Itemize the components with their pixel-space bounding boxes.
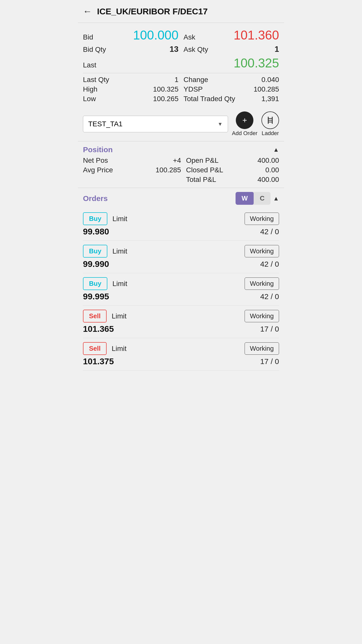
order-type: Limit <box>112 247 245 255</box>
closed-pl-label: Closed P&L <box>186 166 226 174</box>
orders-list: Buy Limit Working 99.980 42 / 0 Buy Limi… <box>83 208 279 371</box>
order-side-button[interactable]: Sell <box>83 310 107 323</box>
order-top-row: Sell Limit Working <box>83 342 279 355</box>
closed-pl-item: Closed P&L 0.00 <box>186 166 279 174</box>
add-order-button[interactable]: + Add Order <box>232 111 258 137</box>
total-pl-item: Total P&L 400.00 <box>186 176 279 184</box>
position-collapse-button[interactable]: ▲ <box>273 146 279 153</box>
closed-pl-value: 0.00 <box>226 166 279 174</box>
ladder-button[interactable]: Ladder <box>261 111 279 137</box>
ydsp-value: 100.285 <box>216 85 279 93</box>
bid-qty-label: Bid Qty <box>83 46 123 54</box>
last-value: 100.325 <box>123 56 279 70</box>
ask-label: Ask <box>184 33 224 41</box>
position-section: Position ▲ Net Pos +4 Open P&L 400.00 Av… <box>78 141 284 188</box>
bid-ask-row: Bid 100.000 Ask 101.360 <box>83 28 279 43</box>
add-order-label: Add Order <box>232 130 258 137</box>
bid-ask-qty-row: Bid Qty 13 Ask Qty 1 <box>83 45 279 54</box>
order-top-row: Buy Limit Working <box>83 245 279 258</box>
stats-grid: Last Qty 1 Change 0.040 High 100.325 YDS… <box>83 76 279 103</box>
order-side-button[interactable]: Buy <box>83 212 107 225</box>
header: ← ICE_UK/EURIBOR F/DEC17 <box>78 0 284 23</box>
total-pl-value: 400.00 <box>226 176 279 184</box>
order-top-row: Buy Limit Working <box>83 212 279 225</box>
working-status-button[interactable]: Working <box>245 245 279 257</box>
order-top-row: Sell Limit Working <box>83 310 279 323</box>
order-qty: 42 / 0 <box>260 292 279 301</box>
page-title: ICE_UK/EURIBOR F/DEC17 <box>97 7 208 16</box>
last-label: Last <box>83 61 123 69</box>
net-pos-value: +4 <box>123 156 181 165</box>
total-pl-spacer <box>83 176 181 184</box>
wc-toggle: W C ▲ <box>236 192 279 205</box>
order-bottom-row: 99.990 42 / 0 <box>83 259 279 269</box>
order-price: 101.375 <box>83 356 114 366</box>
account-label: TEST_TA1 <box>88 120 122 128</box>
change-value: 0.040 <box>216 76 279 84</box>
order-qty: 42 / 0 <box>260 260 279 268</box>
avg-price-value: 100.285 <box>123 166 181 174</box>
working-status-button[interactable]: Working <box>245 277 279 290</box>
last-row: Last 100.325 <box>83 56 279 70</box>
bid-value: 100.000 <box>123 28 178 43</box>
order-price: 99.990 <box>83 259 109 269</box>
order-side-button[interactable]: Buy <box>83 245 107 258</box>
orders-title: Orders <box>83 194 108 203</box>
ladder-label: Ladder <box>262 130 279 137</box>
closed-tab[interactable]: C <box>254 192 270 205</box>
avg-price-label: Avg Price <box>83 166 123 174</box>
order-qty: 17 / 0 <box>260 357 279 366</box>
total-traded-label: Total Traded Qty <box>184 95 235 103</box>
market-data-section: Bid 100.000 Ask 101.360 Bid Qty 13 Ask Q… <box>78 23 284 107</box>
ask-qty-label: Ask Qty <box>184 46 224 54</box>
net-pos-label: Net Pos <box>83 156 123 165</box>
change-label: Change <box>184 76 216 84</box>
open-pl-label: Open P&L <box>186 156 226 165</box>
order-side-button[interactable]: Sell <box>83 342 107 355</box>
back-button[interactable]: ← <box>83 6 92 17</box>
last-qty-value: 1 <box>116 76 178 84</box>
bid-qty-value: 13 <box>123 45 178 54</box>
order-qty: 42 / 0 <box>260 227 279 236</box>
high-value: 100.325 <box>116 85 178 93</box>
low-label: Low <box>83 95 116 103</box>
order-bottom-row: 101.365 17 / 0 <box>83 324 279 334</box>
order-price: 101.365 <box>83 324 114 334</box>
working-status-button[interactable]: Working <box>245 342 279 355</box>
order-price: 99.980 <box>83 227 109 236</box>
orders-section: Orders W C ▲ Buy Limit Working 99.980 42… <box>78 188 284 371</box>
ask-value: 101.360 <box>224 28 279 43</box>
net-pos-item: Net Pos +4 <box>83 156 181 165</box>
order-side-button[interactable]: Buy <box>83 277 107 290</box>
order-type: Limit <box>112 345 245 353</box>
account-select[interactable]: TEST_TA1 ▼ <box>83 116 228 132</box>
working-tab[interactable]: W <box>236 192 254 205</box>
ask-qty-value: 1 <box>224 45 279 54</box>
orders-collapse-button[interactable]: ▲ <box>273 195 279 202</box>
controls-row: TEST_TA1 ▼ + Add Order Ladder <box>78 107 284 141</box>
high-label: High <box>83 85 116 93</box>
bid-label: Bid <box>83 33 123 41</box>
total-pl-label: Total P&L <box>186 176 226 184</box>
wc-pill: W C <box>236 192 270 205</box>
open-pl-value: 400.00 <box>226 156 279 165</box>
low-value: 100.265 <box>116 95 178 103</box>
order-bottom-row: 99.980 42 / 0 <box>83 227 279 236</box>
working-status-button[interactable]: Working <box>245 310 279 322</box>
order-top-row: Buy Limit Working <box>83 277 279 290</box>
order-type: Limit <box>112 312 245 320</box>
total-traded-value: 1,391 <box>235 95 279 103</box>
position-title: Position <box>83 145 113 154</box>
working-status-button[interactable]: Working <box>245 213 279 225</box>
position-grid: Net Pos +4 Open P&L 400.00 Avg Price 100… <box>83 156 279 184</box>
order-item: Buy Limit Working 99.990 42 / 0 <box>83 241 279 273</box>
order-item: Buy Limit Working 99.995 42 / 0 <box>83 273 279 306</box>
order-item: Sell Limit Working 101.375 17 / 0 <box>83 338 279 371</box>
ydsp-label: YDSP <box>184 85 216 93</box>
avg-price-item: Avg Price 100.285 <box>83 166 181 174</box>
order-bottom-row: 101.375 17 / 0 <box>83 356 279 366</box>
last-qty-label: Last Qty <box>83 76 116 84</box>
add-order-icon: + <box>236 111 253 129</box>
order-type: Limit <box>112 215 245 223</box>
position-header: Position ▲ <box>83 145 279 154</box>
